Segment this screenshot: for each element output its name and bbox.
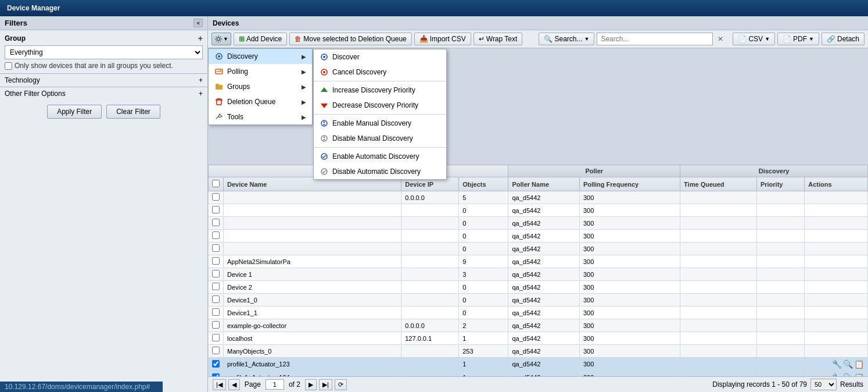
wrap-text-button[interactable]: ↵ Wrap Text	[474, 33, 523, 45]
select-all-checkbox[interactable]	[212, 180, 220, 187]
row-checkbox[interactable]	[212, 347, 220, 354]
submenu-enable-auto[interactable]: Enable Automatic Discovery	[314, 149, 446, 164]
gear-menu-button[interactable]: ▼	[211, 33, 231, 45]
row-checkbox[interactable]	[212, 257, 220, 265]
next-page-button[interactable]: ▶	[305, 379, 317, 390]
table-footer: |◀ ◀ Page of 2 ▶ ▶| ⟳ Displaying records…	[208, 376, 868, 392]
menu-item-deletion-queue[interactable]: Deletion Queue ▶	[209, 94, 312, 109]
csv-export-button[interactable]: 📄 CSV ▼	[733, 33, 775, 45]
submenu-disable-manual[interactable]: Disable Manual Discovery	[314, 131, 446, 146]
row-checkbox[interactable]	[212, 219, 220, 226]
add-icon: ⊞	[239, 35, 245, 43]
submenu-enable-manual[interactable]: Enable Manual Discovery	[314, 116, 446, 131]
technology-expand-button[interactable]: +	[199, 76, 203, 84]
collapse-sidebar-button[interactable]: «	[193, 19, 203, 27]
row-objects: 0	[459, 281, 508, 294]
submenu-discover[interactable]: Discover	[314, 49, 446, 65]
move-deletion-button[interactable]: 🗑 Move selected to Deletion Queue	[289, 33, 411, 45]
enable-auto-label: Enable Automatic Discovery	[332, 152, 419, 161]
row-polling-freq: 300	[579, 319, 680, 332]
gear-dropdown-menu: Discovery ▶ Polling ▶	[208, 48, 313, 125]
row-actions	[805, 294, 868, 307]
row-device-ip: 0.0.0.0	[401, 191, 459, 204]
row-checkbox[interactable]	[212, 206, 220, 213]
status-bar: 10.129.12.67/doms/devicemanager/index.ph…	[0, 382, 163, 392]
apply-filter-button[interactable]: Apply Filter	[47, 105, 102, 119]
submenu-increase-priority[interactable]: Increase Discovery Priority	[314, 83, 446, 98]
row-device-name: Device1_1	[224, 307, 401, 319]
row-priority	[756, 345, 804, 358]
search-clear-button[interactable]: ✕	[715, 34, 726, 44]
submenu-decrease-priority[interactable]: Decrease Discovery Priority	[314, 98, 446, 113]
action-icon-3[interactable]: 📋	[854, 359, 864, 369]
pdf-export-button[interactable]: 📄 PDF ▼	[777, 33, 819, 45]
table-row: 0qa_d5442300	[209, 230, 868, 243]
prev-page-button[interactable]: ◀	[228, 379, 240, 390]
row-time-queued	[680, 281, 757, 294]
import-icon: 📥	[419, 35, 428, 43]
row-objects: 253	[459, 345, 508, 358]
row-objects: 3	[459, 268, 508, 281]
per-page-select[interactable]: 50 25 100	[810, 379, 837, 390]
row-poller-name: qa_d5442	[508, 255, 579, 268]
row-actions: 🔧 🔍 📋	[805, 371, 868, 377]
row-polling-freq: 300	[579, 191, 680, 204]
page-number-input[interactable]	[266, 379, 284, 390]
row-checkbox[interactable]	[212, 244, 220, 252]
priority-header: Priority	[756, 177, 804, 191]
last-page-button[interactable]: ▶|	[319, 379, 332, 390]
svg-point-2	[218, 55, 220, 58]
row-checkbox[interactable]	[212, 283, 220, 290]
of-pages-label: of 2	[289, 380, 300, 389]
action-icon-1[interactable]: 🔧	[832, 359, 842, 369]
row-checkbox[interactable]	[212, 321, 220, 329]
row-polling-freq: 300	[579, 204, 680, 217]
row-checkbox[interactable]	[212, 295, 220, 303]
group-select[interactable]: Everything	[5, 45, 203, 59]
search-input[interactable]	[597, 33, 713, 45]
detach-button[interactable]: 🔗 Detach	[822, 33, 865, 45]
tools-label: Tools	[227, 113, 243, 121]
table-row: example-go-collector0.0.0.02qa_d5442300	[209, 319, 868, 332]
import-csv-button[interactable]: 📥 Import CSV	[414, 33, 471, 45]
row-priority	[756, 307, 804, 319]
first-page-button[interactable]: |◀	[213, 379, 226, 390]
menu-item-polling[interactable]: Polling ▶	[209, 64, 312, 79]
gear-icon	[214, 35, 223, 43]
menu-item-discovery[interactable]: Discovery ▶	[209, 49, 312, 64]
clear-filter-button[interactable]: Clear Filter	[106, 105, 160, 119]
enable-manual-label: Enable Manual Discovery	[332, 119, 411, 127]
group-expand-button[interactable]: +	[198, 34, 203, 43]
row-checkbox[interactable]	[212, 360, 220, 368]
other-filter-expand-button[interactable]: +	[199, 90, 203, 98]
row-time-queued	[680, 358, 757, 371]
menu-item-tools[interactable]: Tools ▶	[209, 109, 312, 124]
row-actions	[805, 230, 868, 243]
row-poller-name: qa_d5442	[508, 191, 579, 204]
row-checkbox[interactable]	[212, 334, 220, 341]
row-checkbox[interactable]	[212, 231, 220, 239]
row-checkbox[interactable]	[212, 308, 220, 316]
records-label: Displaying records 1 - 50 of 79	[712, 380, 807, 389]
row-poller-name: qa_d5442	[508, 243, 579, 255]
row-checkbox[interactable]	[212, 270, 220, 277]
row-priority	[756, 358, 804, 371]
page-label: Page	[245, 380, 261, 389]
action-icon-2[interactable]: 🔍	[843, 359, 853, 369]
search-dropdown-button[interactable]: 🔍 Search... ▼	[539, 33, 594, 45]
all-groups-checkbox[interactable]	[5, 62, 12, 70]
row-actions	[805, 281, 868, 294]
main-content: Devices ▼ ⊞ Add Device 🗑 Move s	[208, 16, 868, 392]
row-checkbox[interactable]	[212, 193, 220, 201]
submenu-disable-auto[interactable]: Disable Automatic Discovery	[314, 164, 446, 179]
row-objects: 0	[459, 307, 508, 319]
pdf-arrow: ▼	[809, 36, 814, 42]
cancel-discovery-label: Cancel Discovery	[332, 68, 386, 76]
row-time-queued	[680, 332, 757, 345]
row-checkbox-cell	[209, 294, 224, 307]
submenu-cancel-discovery[interactable]: Cancel Discovery	[314, 65, 446, 80]
add-device-button[interactable]: ⊞ Add Device	[234, 33, 287, 45]
row-objects: 9	[459, 255, 508, 268]
refresh-button[interactable]: ⟳	[335, 379, 347, 390]
menu-item-groups[interactable]: Groups ▶	[209, 79, 312, 94]
